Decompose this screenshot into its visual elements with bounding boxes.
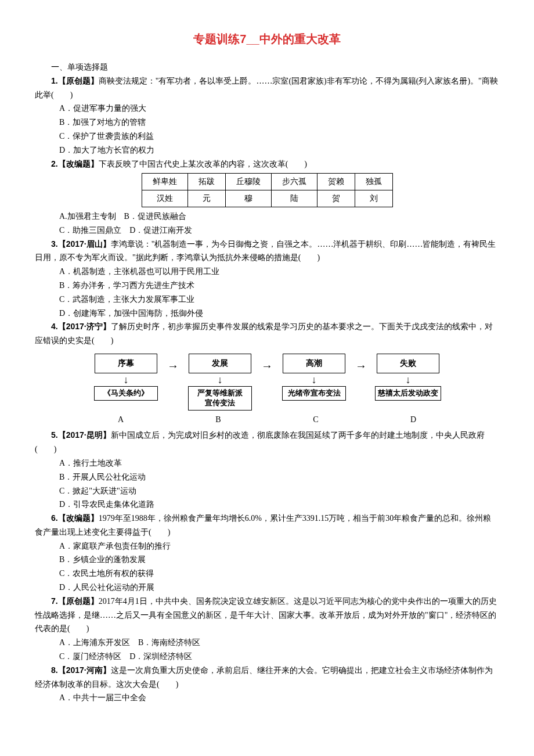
surname-table: 鲜卑姓 拓跋 丘穆陵 步六孤 贺赖 独孤 汉姓 元 穆 陆 贺 刘 <box>142 173 393 207</box>
q3-tag: 【2017·眉山】 <box>58 239 111 249</box>
q2-text: 下表反映了中国古代史上某次改革的内容，这次改革( ) <box>99 160 307 168</box>
flow-box-bottom: 慈禧太后发动政变 <box>375 386 441 401</box>
cell: 汉姓 <box>142 190 187 207</box>
question-8: 8.【2017·河南】这是一次肩负重大历史使命，承前启后、继往开来的大会。它明确… <box>35 664 499 692</box>
q1-text: 商鞅变法规定："有军功者，各以率受上爵。……宗室(国君家族)非有军功论，不得为属… <box>35 77 498 99</box>
q3-option-b: B．筹办洋务，学习西方先进生产技术 <box>35 279 499 293</box>
q2-options-ab: A.加强君主专制 B．促进民族融合 <box>35 210 499 224</box>
q5-option-a: A．推行土地改革 <box>35 456 499 470</box>
q6-option-b: B．乡镇企业的蓬勃发展 <box>35 553 499 567</box>
q6-option-c: C．农民土地所有权的获得 <box>35 567 499 581</box>
arrow-down-icon: ↓ <box>312 375 317 385</box>
question-5: 5.【2017·昆明】新中国成立后，为完成对旧乡村的改造，彻底废除在我国延续了两… <box>35 429 499 456</box>
flow-label-d: D <box>365 413 462 427</box>
q8-tag: 【2017·河南】 <box>58 665 111 675</box>
cell: 拓跋 <box>187 174 225 190</box>
q4-tag: 【2017·济宁】 <box>58 322 111 331</box>
q1-tag: 【原创题】 <box>58 76 99 85</box>
q3-option-c: C．武器制造，主张大力发展军事工业 <box>35 293 499 307</box>
arrow-right-icon: → <box>352 354 370 376</box>
cell: 穆 <box>225 190 271 207</box>
q3-num: 3. <box>51 239 58 249</box>
flow-box-top: 高潮 <box>283 354 345 373</box>
arrow-right-icon: → <box>164 354 182 376</box>
cell: 步六孤 <box>271 174 317 190</box>
question-4: 4.【2017·济宁】了解历史时序，初步掌握历史事件发展的线索是学习历史的基本要… <box>35 320 499 348</box>
cell: 鲜卑姓 <box>142 174 187 190</box>
q6-option-d: D．人民公社化运动的开展 <box>35 581 499 595</box>
arrow-down-icon: ↓ <box>218 375 223 385</box>
q5-num: 5. <box>51 430 58 440</box>
q7-tag: 【原创题】 <box>58 596 99 606</box>
question-3: 3.【2017·眉山】李鸿章说："机器制造一事，为今日御侮之资，自强之本。……洋… <box>35 237 499 265</box>
flowchart: 序幕 ↓ 《马关条约》 → 发展 ↓ 严复等维新派 宣传变法 → 高潮 ↓ 光绪… <box>35 354 499 426</box>
flow-box-top: 发展 <box>189 354 251 373</box>
flow-box-top: 序幕 <box>95 354 157 373</box>
flow-box-bottom: 严复等维新派 宣传变法 <box>188 386 252 411</box>
arrow-right-icon: → <box>258 354 276 376</box>
q1-option-c: C．保护了世袭贵族的利益 <box>35 129 499 143</box>
table-row: 鲜卑姓 拓跋 丘穆陵 步六孤 贺赖 独孤 <box>142 174 392 190</box>
q6-tag: 【改编题】 <box>58 513 99 523</box>
q3-option-d: D．创建海军，加强中国海防，抵御外侵 <box>35 307 499 321</box>
q7-num: 7. <box>51 596 58 606</box>
q5-option-d: D．引导农民走集体化道路 <box>35 498 499 512</box>
q6-num: 6. <box>51 513 58 523</box>
q5-option-b: B．开展人民公社化运动 <box>35 470 499 484</box>
q2-num: 2. <box>51 159 58 168</box>
cell: 陆 <box>271 190 317 207</box>
q1-option-a: A．促进军事力量的强大 <box>35 102 499 116</box>
section-heading: 一、单项选择题 <box>35 60 499 74</box>
flow-box-bottom: 光绪帝宣布变法 <box>282 386 346 401</box>
cell: 独孤 <box>355 174 392 190</box>
q8-num: 8. <box>51 665 58 675</box>
cell: 元 <box>187 190 225 207</box>
q6-option-a: A．家庭联产承包责任制的推行 <box>35 539 499 553</box>
q1-option-d: D．加大了地方长官的权力 <box>35 143 499 157</box>
question-6: 6.【改编题】1979年至1988年，徐州粮食产量年均增长6.0%，累计生产33… <box>35 512 499 539</box>
q5-tag: 【2017·昆明】 <box>58 430 111 440</box>
cell: 贺 <box>317 190 355 207</box>
q5-option-c: C．掀起"大跃进"运动 <box>35 484 499 498</box>
page-title: 专题训练7__中外的重大改革 <box>35 29 499 49</box>
cell: 贺赖 <box>317 174 355 190</box>
flow-label-b: B <box>169 413 267 427</box>
flow-box-bottom: 《马关条约》 <box>94 386 158 401</box>
q1-option-b: B．加强了对地方的管辖 <box>35 116 499 129</box>
q7-options-ab: A．上海浦东开发区 B．海南经济特区 <box>35 636 499 650</box>
question-2: 2.【改编题】下表反映了中国古代史上某次改革的内容，这次改革( ) <box>35 157 499 171</box>
q3-option-a: A．机器制造，主张机器也可以用于民用工业 <box>35 265 499 279</box>
table-row: 汉姓 元 穆 陆 贺 刘 <box>142 190 392 207</box>
q1-num: 1. <box>51 76 58 85</box>
flow-label-a: A <box>72 413 169 427</box>
flow-label-c: C <box>267 413 365 427</box>
arrow-down-icon: ↓ <box>406 375 411 385</box>
q4-num: 4. <box>51 322 58 331</box>
arrow-down-icon: ↓ <box>124 375 129 385</box>
question-7: 7.【原创题】2017年4月1日，中共中央、国务院决定设立雄安新区。这是以习近平… <box>35 595 499 636</box>
cell: 丘穆陵 <box>225 174 271 190</box>
q2-options-cd: C．助推三国鼎立 D．促进江南开发 <box>35 224 499 237</box>
q7-options-cd: C．厦门经济特区 D．深圳经济特区 <box>35 650 499 664</box>
q8-option-a: A．中共十一届三中全会 <box>35 691 499 705</box>
question-1: 1.【原创题】商鞅变法规定："有军功者，各以率受上爵。……宗室(国君家族)非有军… <box>35 74 499 102</box>
cell: 刘 <box>355 190 392 207</box>
q6-text: 1979年至1988年，徐州粮食产量年均增长6.0%，累计生产3391.15万吨… <box>35 514 491 537</box>
q7-text: 2017年4月1日，中共中央、国务院决定设立雄安新区。这是以习近平同志为核心的党… <box>35 597 497 633</box>
flow-box-top: 失败 <box>377 354 439 373</box>
q2-tag: 【改编题】 <box>58 159 99 168</box>
